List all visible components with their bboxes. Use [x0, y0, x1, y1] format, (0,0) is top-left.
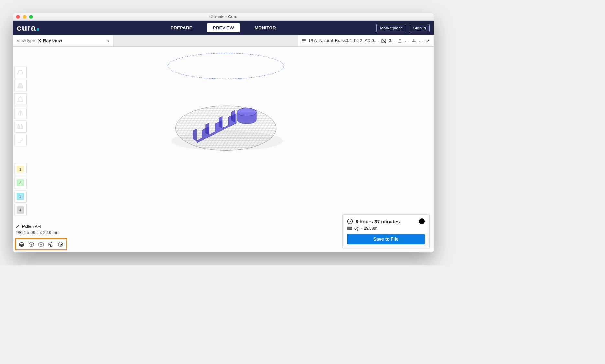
print-settings-summary[interactable]: PLA_Natural_Brass0.4_h0.2_AC 0.... 3... …	[298, 35, 434, 46]
infill-icon	[381, 39, 386, 43]
chevron-left-icon[interactable]: ‹	[107, 38, 109, 44]
extruder-4-badge: 4	[17, 206, 24, 214]
extruder-4[interactable]: 4	[14, 204, 27, 216]
view-left-button[interactable]	[48, 241, 54, 248]
clock-icon	[347, 218, 353, 224]
viewtype-value: X-Ray view	[38, 38, 104, 43]
material-profile-name: PLA_Natural_Brass0.4_h0.2_AC 0....	[309, 38, 379, 43]
pencil-icon[interactable]	[425, 39, 430, 43]
model-dimensions: 280.1 x 69.6 x 22.0 mm	[16, 230, 60, 235]
view-right-button[interactable]	[57, 241, 64, 248]
filament-weight: 0g	[354, 226, 359, 231]
mirror-tool[interactable]	[14, 107, 27, 119]
tab-prepare[interactable]: PREPARE	[165, 23, 198, 32]
extruder-3[interactable]: 3	[14, 190, 27, 203]
filament-icon	[347, 226, 352, 231]
transform-tools	[14, 66, 27, 146]
titlebar: Ultimaker Cura	[13, 13, 434, 21]
rotate-tool[interactable]	[14, 93, 27, 105]
build-plate	[161, 92, 291, 153]
secondary-bar: View type X-Ray view ‹ PLA_Natural_Brass…	[13, 35, 434, 47]
tab-preview[interactable]: PREVIEW	[207, 23, 240, 32]
view-front-button[interactable]	[28, 241, 35, 248]
print-duration: 8 hours 37 minutes	[356, 219, 400, 224]
view-top-button[interactable]	[38, 241, 44, 248]
signin-button[interactable]: Sign in	[410, 24, 430, 32]
marketplace-button[interactable]: Marketplace	[376, 24, 406, 32]
viewtype-dropdown[interactable]: View type X-Ray view ‹	[13, 35, 113, 46]
info-icon[interactable]: i	[419, 218, 425, 224]
mesh-tool[interactable]	[14, 120, 27, 133]
viewtype-label: View type	[17, 38, 35, 43]
model-info: Pollen AM 280.1 x 69.6 x 22.0 mm	[16, 224, 60, 235]
svg-point-6	[171, 131, 283, 150]
camera-view-buttons	[15, 238, 67, 250]
view-3d-button[interactable]	[18, 241, 25, 248]
separator-dot: ·	[361, 226, 362, 231]
navbar: cura PREPARE PREVIEW MONITOR Marketplace…	[13, 21, 434, 35]
svg-point-5	[237, 108, 256, 116]
support-blocker-tool[interactable]	[14, 134, 27, 146]
profile-icon	[301, 39, 306, 43]
nav-tabs: PREPARE PREVIEW MONITOR	[13, 23, 434, 32]
pencil-icon	[16, 224, 20, 229]
infill-text: 3...	[389, 38, 395, 43]
app-window: Ultimaker Cura cura PREPARE PREVIEW MONI…	[13, 13, 434, 252]
adhesion-text: ...	[419, 38, 423, 43]
extruder-2[interactable]: 2	[14, 177, 27, 189]
filament-length: 29.58m	[364, 226, 377, 231]
extruder-1-badge: 1	[17, 166, 24, 173]
window-title: Ultimaker Cura	[13, 14, 434, 19]
support-text: ...	[405, 38, 409, 43]
model-name: Pollen AM	[22, 224, 41, 229]
print-time-panel: 8 hours 37 minutes i 0g · 29.58m Save to…	[342, 214, 430, 248]
adhesion-icon	[411, 39, 416, 43]
extruder-3-badge: 3	[17, 193, 24, 200]
extruder-2-badge: 2	[17, 179, 24, 186]
support-icon	[397, 39, 402, 43]
viewport[interactable]: 1 2 3 4 Pollen AM 280.1 x 69.6 x 22.0 mm	[13, 47, 434, 252]
build-plate-scene	[161, 92, 291, 155]
scale-tool[interactable]	[14, 80, 27, 92]
save-to-file-button[interactable]: Save to File	[347, 234, 425, 244]
tab-monitor[interactable]: MONITOR	[249, 23, 282, 32]
extruder-1[interactable]: 1	[14, 163, 27, 175]
move-tool[interactable]	[14, 66, 27, 78]
extruder-selector: 1 2 3 4	[14, 163, 27, 216]
build-volume-outline	[168, 53, 284, 79]
